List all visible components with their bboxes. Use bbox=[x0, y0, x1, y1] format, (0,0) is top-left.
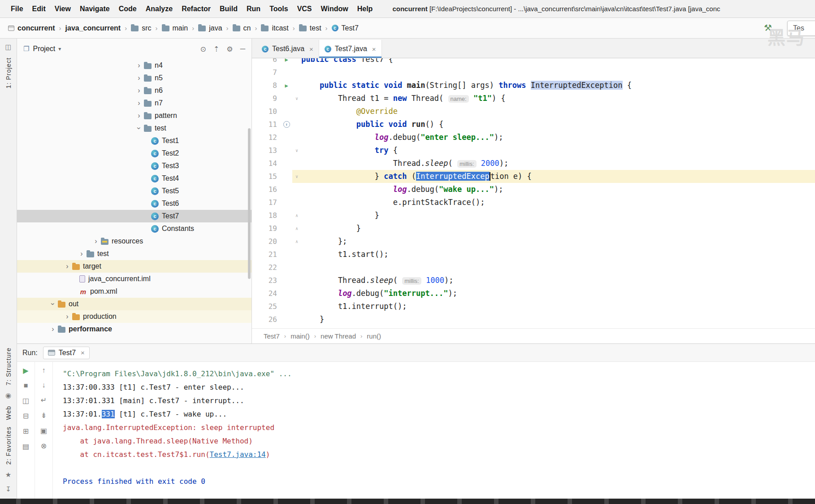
scroll-to-end-icon[interactable]: ⇟ bbox=[41, 411, 47, 420]
tree-item-resources[interactable]: ›resources bbox=[17, 235, 251, 248]
close-tab-icon[interactable]: × bbox=[309, 45, 313, 53]
tree-item-target[interactable]: ›target bbox=[17, 260, 251, 273]
chevron-icon[interactable]: › bbox=[134, 74, 144, 82]
tree-item-n4[interactable]: ›n4 bbox=[17, 59, 251, 72]
toolwindow-web-label[interactable]: Web bbox=[5, 406, 12, 420]
stop-icon[interactable]: ■ bbox=[24, 382, 28, 390]
tree-item-pom-xml[interactable]: mpom.xml bbox=[17, 285, 251, 298]
editor-breadcrumb-test7[interactable]: Test7 bbox=[264, 332, 280, 340]
tree-item-production[interactable]: ›production bbox=[17, 310, 251, 323]
build-hammer-icon[interactable]: ⚒ bbox=[764, 22, 772, 33]
clear-all-icon[interactable]: ⊗ bbox=[41, 442, 47, 450]
down-stack-icon[interactable]: ↓ bbox=[42, 381, 46, 389]
chevron-icon[interactable]: › bbox=[49, 299, 57, 309]
tree-item-test[interactable]: ›test bbox=[17, 248, 251, 260]
console-output[interactable]: "C:\Program Files\Java\jdk1.8.0_212\bin\… bbox=[53, 362, 815, 499]
chevron-icon[interactable]: › bbox=[91, 237, 101, 245]
tree-item-n5[interactable]: ›n5 bbox=[17, 72, 251, 84]
menu-code[interactable]: Code bbox=[114, 3, 141, 14]
pin-icon[interactable]: ↧ bbox=[5, 485, 11, 493]
toolwindow-structure-label[interactable]: 7: Structure bbox=[5, 348, 12, 385]
menu-tools[interactable]: Tools bbox=[265, 3, 292, 14]
collapse-all-icon[interactable]: ⇡ bbox=[213, 45, 219, 53]
menu-view[interactable]: View bbox=[50, 3, 75, 14]
project-toolwindow-icon[interactable]: ◫ bbox=[5, 43, 11, 51]
chevron-icon[interactable]: › bbox=[48, 325, 58, 333]
soft-wrap-icon[interactable]: ↵ bbox=[41, 396, 47, 404]
breadcrumb-item-test7[interactable]: cTest7 bbox=[332, 24, 359, 32]
fold-icon[interactable]: ∧ bbox=[292, 235, 301, 248]
toolwindow-project-label[interactable]: 1: Project bbox=[5, 57, 12, 88]
fold-icon[interactable]: ∧ bbox=[292, 209, 301, 222]
tree-item-n6[interactable]: ›n6 bbox=[17, 84, 251, 97]
menu-file[interactable]: File bbox=[6, 3, 28, 14]
tree-item-n7[interactable]: ›n7 bbox=[17, 97, 251, 109]
chevron-icon[interactable]: › bbox=[134, 99, 144, 107]
tree-item-constants[interactable]: cConstants bbox=[17, 222, 251, 235]
menu-refactor[interactable]: Refactor bbox=[177, 3, 215, 14]
run-gutter-icon[interactable]: ▶ bbox=[281, 79, 292, 92]
menu-navigate[interactable]: Navigate bbox=[75, 3, 114, 14]
settings-icon[interactable]: ⊞ bbox=[23, 427, 29, 435]
floating-tab-partial[interactable]: Tes bbox=[787, 21, 815, 36]
stacktrace-link[interactable]: Test7.java:14 bbox=[210, 450, 266, 459]
run-tab[interactable]: Test7 × bbox=[43, 347, 90, 359]
editor-breadcrumb-main[interactable]: main() bbox=[290, 332, 310, 340]
editor-tab-test7-java[interactable]: cTest7.java× bbox=[319, 40, 382, 58]
fold-icon[interactable]: ∨ bbox=[292, 92, 301, 105]
tree-item-test4[interactable]: cTest4 bbox=[17, 172, 251, 185]
breadcrumb-item-java-concurrent[interactable]: java_concurrent bbox=[65, 24, 121, 32]
chevron-icon[interactable]: › bbox=[62, 262, 72, 270]
tree-item-test6[interactable]: cTest6 bbox=[17, 197, 251, 210]
chevron-icon[interactable]: › bbox=[134, 87, 144, 95]
tree-item-test3[interactable]: cTest3 bbox=[17, 160, 251, 172]
editor-tab-test6-java[interactable]: cTest6.java× bbox=[256, 40, 319, 58]
settings-gear-icon[interactable]: ⚙ bbox=[226, 45, 233, 53]
project-panel-title[interactable]: Project bbox=[33, 45, 55, 53]
breadcrumb-item-java[interactable]: java bbox=[198, 24, 222, 32]
menu-edit[interactable]: Edit bbox=[28, 3, 50, 14]
tree-item-pattern[interactable]: ›pattern bbox=[17, 109, 251, 122]
breadcrumb-item-concurrent[interactable]: concurrent bbox=[8, 24, 55, 32]
chevron-icon[interactable]: › bbox=[135, 123, 143, 133]
tree-item-test7[interactable]: cTest7 bbox=[17, 210, 251, 222]
menu-window[interactable]: Window bbox=[316, 3, 353, 14]
pin-tab-icon[interactable]: ▤ bbox=[22, 442, 29, 451]
breadcrumb-item-cn[interactable]: cn bbox=[233, 24, 251, 32]
tree-item-out[interactable]: ›out bbox=[17, 298, 251, 310]
editor-breadcrumb-run[interactable]: run() bbox=[367, 332, 381, 340]
menu-build[interactable]: Build bbox=[215, 3, 242, 14]
toolwindow-favorites-label[interactable]: 2: Favorites bbox=[5, 426, 12, 465]
run-gutter-icon[interactable]: ▶ bbox=[281, 58, 292, 66]
locate-file-icon[interactable]: ⊙ bbox=[200, 45, 206, 53]
tree-item-performance[interactable]: ›performance bbox=[17, 323, 251, 335]
override-gutter-icon[interactable]: ↑ bbox=[281, 118, 292, 131]
chevron-icon[interactable]: › bbox=[77, 250, 87, 258]
fold-icon[interactable]: ∨ bbox=[292, 170, 301, 183]
editor-breadcrumb-new-thread[interactable]: new Thread bbox=[321, 332, 356, 340]
menu-help[interactable]: Help bbox=[353, 3, 377, 14]
breadcrumb-item-src[interactable]: src bbox=[131, 24, 151, 32]
code-viewport[interactable]: 6▶public class Test7 {78▶ public static … bbox=[252, 58, 815, 328]
restore-layout-icon[interactable]: ⊟ bbox=[23, 412, 29, 420]
up-stack-icon[interactable]: ↑ bbox=[42, 366, 46, 374]
fold-icon[interactable]: ∨ bbox=[292, 144, 301, 157]
star-icon[interactable]: ★ bbox=[5, 471, 11, 479]
tree-item-test5[interactable]: cTest5 bbox=[17, 185, 251, 197]
breadcrumb-item-test[interactable]: test bbox=[299, 24, 321, 32]
tree-item-test[interactable]: ›test bbox=[17, 122, 251, 135]
breadcrumb-item-itcast[interactable]: itcast bbox=[261, 24, 288, 32]
menu-run[interactable]: Run bbox=[242, 3, 265, 14]
menu-vcs[interactable]: VCS bbox=[293, 3, 316, 14]
close-tab-icon[interactable]: × bbox=[372, 45, 376, 53]
rerun-icon[interactable]: ▶ bbox=[23, 366, 28, 375]
print-icon[interactable]: ▣ bbox=[40, 426, 47, 435]
chevron-icon[interactable]: › bbox=[62, 313, 72, 321]
tree-item-test1[interactable]: cTest1 bbox=[17, 135, 251, 147]
close-icon[interactable]: × bbox=[81, 349, 85, 356]
hide-panel-icon[interactable]: ─ bbox=[240, 45, 245, 53]
tree-item-java-concurrent-iml[interactable]: java_concurrent.iml bbox=[17, 273, 251, 285]
tree-item-test2[interactable]: cTest2 bbox=[17, 147, 251, 160]
project-scrollbar[interactable] bbox=[248, 128, 251, 279]
menu-analyze[interactable]: Analyze bbox=[141, 3, 177, 14]
